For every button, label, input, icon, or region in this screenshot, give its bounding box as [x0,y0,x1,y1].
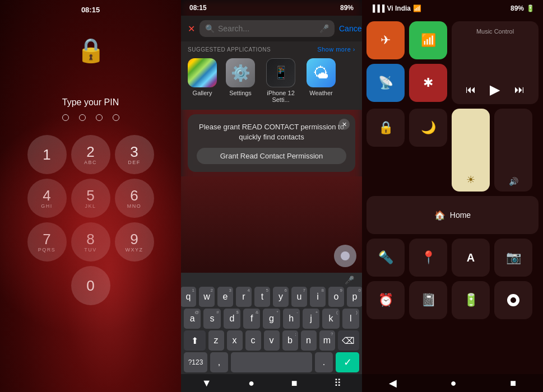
cc-flashlight-tile[interactable]: 🔦 [366,239,405,277]
cc-airplane-tile[interactable]: ✈ [366,21,405,59]
cc-rotation-lock-tile[interactable]: 🔒 [366,109,405,147]
pin-btn-7[interactable]: 7PQRS [27,222,67,262]
cc-dnd-tile[interactable]: 🌙 [409,109,447,147]
key-m[interactable]: m? [319,330,335,351]
key-0[interactable]: p0 [347,287,362,307]
lock-status-bar: 08:15 [0,0,181,20]
iphone-settings-icon: 📱 [266,58,295,87]
cc-nav-home-icon[interactable]: ● [451,377,457,389]
key-a[interactable]: a@ [184,309,201,329]
key-x[interactable]: x [227,330,243,351]
pin-dot-4 [113,114,119,121]
note-icon: 📓 [421,293,436,307]
next-track-icon[interactable]: ⏭ [514,84,525,96]
volume-icon: 🔊 [509,177,518,186]
cc-nav-back-icon[interactable]: ◀ [389,377,397,389]
cc-alarm-tile[interactable]: ⏰ [366,281,405,319]
cc-camera-tile[interactable]: 📷 [494,239,532,277]
cc-brightness-tile[interactable]: ☀ [452,109,490,192]
pin-btn-1[interactable]: 1 [27,135,67,174]
key-shift[interactable]: ⬆ [184,330,206,351]
search-cancel-button[interactable]: Cancel [339,24,362,33]
key-comma[interactable]: , [210,352,228,372]
cc-home-tile[interactable]: 🏠 Home [366,196,539,234]
pin-dot-2 [79,114,86,121]
pin-btn-6[interactable]: 6MNO [115,179,154,218]
cc-text-size-tile[interactable]: A [452,239,490,277]
app-item-iphone-settings[interactable]: 📱 iPhone 12 Setti... [264,58,298,103]
key-v[interactable]: v [264,330,280,351]
key-4[interactable]: r4 [236,287,252,307]
key-period[interactable]: . [315,352,333,372]
keyboard-area: 🎤 q1 w2 e3 r4 t5 y6 u7 i8 o9 p0 a@ s# d$… [181,273,362,392]
key-space[interactable] [231,352,312,372]
nav-apps-icon[interactable]: ⠿ [334,377,341,389]
app-item-weather[interactable]: 🌤 Weather [307,58,336,103]
search-status-battery: 89% [340,4,354,12]
lock-icon: 🔒 [76,36,105,64]
cc-bluetooth-tile[interactable]: ✱ [409,64,447,102]
wifi-signal-icon: 📶 [413,4,421,12]
keyboard-mic-icon[interactable]: 🎤 [345,276,354,284]
app-row: Gallery ⚙️ Settings 📱 iPhone 12 Setti...… [188,58,355,103]
key-j[interactable]: j+ [303,309,319,329]
key-k[interactable]: k( [322,309,339,329]
prev-track-icon[interactable]: ⏮ [466,84,476,96]
key-3[interactable]: e3 [217,287,233,307]
key-h[interactable]: h- [283,309,300,329]
key-b[interactable]: b; [282,330,298,351]
cc-battery-tile[interactable]: 🔋 [452,281,490,319]
control-center: ▐▐▐ Vi India 📶 89% 🔋 ✈ 📶 [362,0,543,392]
key-2[interactable]: w2 [199,287,215,307]
key-9[interactable]: o9 [328,287,344,307]
key-s[interactable]: s# [203,309,220,329]
cc-nav-recents-icon[interactable]: ■ [510,377,516,389]
cc-record-tile[interactable] [494,281,532,319]
key-6[interactable]: y6 [273,287,289,307]
key-done[interactable]: ✓ [336,352,359,372]
key-7[interactable]: u7 [291,287,307,307]
cc-note-tile[interactable]: 📓 [409,281,447,319]
search-x-icon[interactable]: ✕ [188,24,195,34]
play-icon[interactable]: ▶ [490,82,500,97]
blurred-content-area [181,176,362,273]
key-1[interactable]: q1 [181,287,196,307]
key-l[interactable]: l) [342,309,359,329]
pin-btn-4[interactable]: 4GHI [27,179,67,218]
key-8[interactable]: i8 [310,287,326,307]
cc-volume-tile[interactable]: 🔊 [494,109,532,192]
key-g[interactable]: g* [263,309,280,329]
pin-btn-5[interactable]: 5JKL [71,179,110,218]
gallery-icon [188,58,217,87]
permission-close-button[interactable]: ✕ [338,119,350,130]
key-c[interactable]: c [245,330,261,351]
cc-wifi-tile[interactable]: 📡 [366,64,405,102]
pin-btn-9[interactable]: 9WXYZ [115,222,154,262]
pin-btn-8[interactable]: 8TUV [71,222,110,262]
floating-button[interactable] [334,245,356,267]
app-item-gallery[interactable]: Gallery [188,58,217,103]
key-backspace[interactable]: ⌫ [338,330,360,351]
cc-hotspot-tile[interactable]: 📶 [409,21,447,59]
pin-btn-0[interactable]: 0 [71,266,110,305]
pin-btn-3[interactable]: 3DEF [115,135,154,174]
key-n[interactable]: n [301,330,317,351]
search-input[interactable] [218,24,316,33]
nav-back-icon[interactable]: ▼ [202,377,212,389]
key-d[interactable]: d$ [224,309,240,329]
cc-row-3: 🏠 Home [366,196,539,234]
show-more-button[interactable]: Show more › [317,46,355,53]
key-f[interactable]: f& [243,309,260,329]
app-item-settings[interactable]: ⚙️ Settings [226,58,255,103]
key-z[interactable]: z [208,330,224,351]
pin-prompt: Type your PIN [62,97,119,108]
key-symbols[interactable]: ?123 [184,352,207,372]
pin-btn-2[interactable]: 2ABC [71,135,110,174]
mic-icon[interactable]: 🎤 [319,24,329,33]
cc-music-tile[interactable]: Music Control ⏮ ▶ ⏭ [452,21,539,104]
grant-permission-button[interactable]: Grant Read Contact Permission [197,148,346,164]
cc-location-tile[interactable]: 📍 [409,239,447,277]
nav-recents-icon[interactable]: ■ [291,377,298,389]
key-5[interactable]: t5 [254,287,270,307]
nav-home-icon[interactable]: ● [248,377,254,389]
